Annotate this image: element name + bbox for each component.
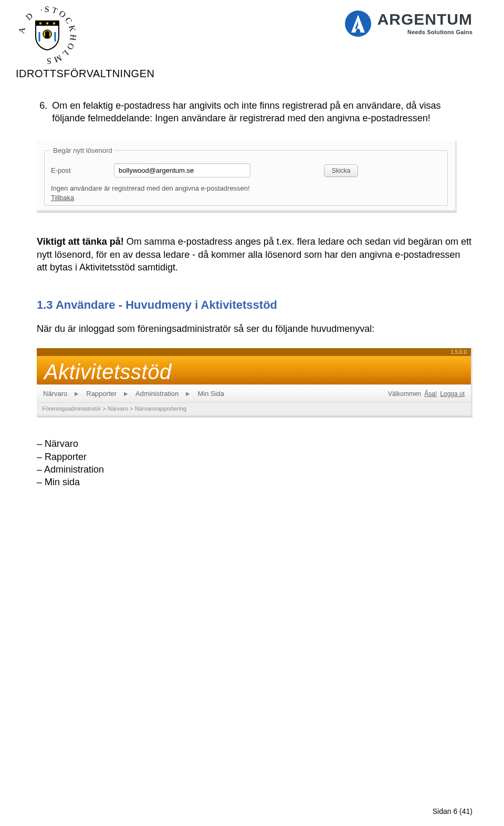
list-item: Närvaro — [37, 437, 472, 450]
svg-point-4 — [46, 22, 49, 25]
email-label: E-post — [51, 166, 88, 175]
svg-point-3 — [39, 22, 42, 25]
section-text: När du är inloggad som föreningsadminist… — [37, 322, 472, 335]
numbered-paragraph: Om en felaktig e-postadress har angivits… — [50, 99, 472, 125]
back-link[interactable]: Tillbaka — [51, 194, 74, 202]
menu-item-rapporter[interactable]: Rapporter — [86, 389, 117, 399]
argentum-tagline: Needs Solutions Gains — [407, 28, 472, 36]
banner-title: Aktivitetsstöd — [44, 360, 172, 383]
send-button[interactable]: Skicka — [324, 164, 358, 177]
welcome-prefix: Välkommen — [388, 390, 421, 398]
stockholms-stad-logo: STOCKHOLMS · S T A D · — [16, 6, 79, 64]
important-bold: Viktigt att tänka på! — [37, 236, 124, 247]
welcome-user[interactable]: Åsa! — [424, 390, 437, 398]
page-number: Sidan 6 (41) — [433, 807, 472, 817]
fieldset-legend: Begär nytt lösenord — [51, 146, 114, 155]
menu-item-administration[interactable]: Administration — [135, 389, 178, 399]
argentum-a-icon — [345, 11, 371, 37]
section-heading: 1.3 Användare - Huvudmeny i Aktivitetsst… — [37, 297, 472, 313]
error-message: Ingen användare är registrerad med den a… — [51, 184, 441, 193]
department-name: IDROTTSFÖRVALTNINGEN — [16, 67, 472, 81]
list-item: Min sida — [37, 476, 472, 488]
breadcrumb: Föreningsadministratör > Närvaro > Närva… — [37, 403, 471, 415]
chevron-right-icon: ▶ — [124, 390, 128, 398]
shield-icon — [34, 19, 60, 51]
chevron-right-icon: ▶ — [75, 390, 79, 398]
menu-item-narvaro[interactable]: Närvaro — [43, 389, 67, 399]
important-note: Viktigt att tänka på! Om samma e-postadr… — [37, 235, 472, 274]
list-item: Administration — [37, 463, 472, 476]
menu-item-minsida[interactable]: Min Sida — [197, 389, 224, 399]
chevron-right-icon: ▶ — [186, 390, 190, 398]
version-label: 1.5.0.0 — [37, 348, 471, 356]
logout-link[interactable]: Logga ut — [440, 390, 465, 398]
argentum-logo: ARGENTUM Needs Solutions Gains — [345, 11, 472, 37]
page-header: STOCKHOLMS · S T A D · — [16, 6, 472, 64]
email-field[interactable] — [114, 163, 250, 177]
svg-point-5 — [53, 22, 56, 25]
argentum-name: ARGENTUM — [377, 12, 472, 27]
list-item: Rapporter — [37, 451, 472, 463]
screenshot-password-reset: Begär nytt lösenord E-post Skicka Ingen … — [37, 141, 457, 212]
menu-list: Närvaro Rapporter Administration Min sid… — [37, 437, 472, 488]
screenshot-main-menu: 1.5.0.0 Aktivitetsstöd Aktivitetsstöd Nä… — [37, 348, 472, 416]
